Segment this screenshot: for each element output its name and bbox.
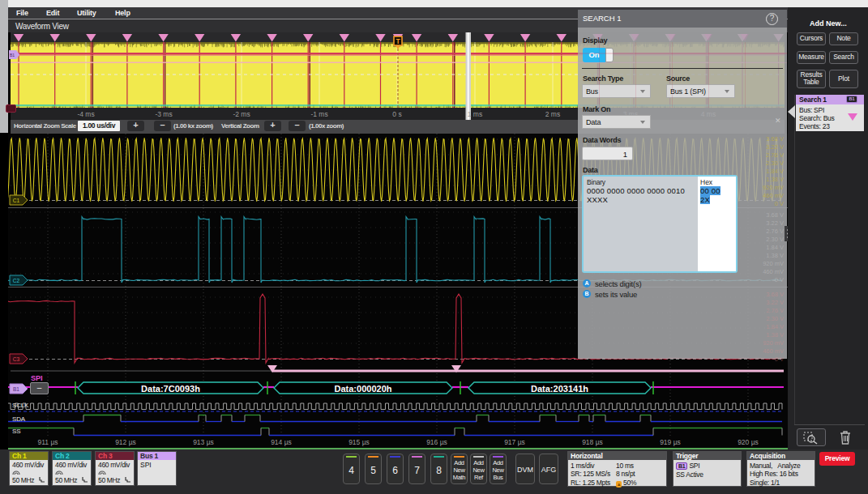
svg-text:-2 ms: -2 ms bbox=[233, 110, 250, 118]
svg-text:-3 ms: -3 ms bbox=[155, 110, 172, 118]
svg-text:913 µs: 913 µs bbox=[193, 438, 214, 446]
svg-text:-1 ms: -1 ms bbox=[310, 110, 327, 118]
svg-text:T: T bbox=[396, 37, 400, 45]
svg-text:-4 ms: -4 ms bbox=[77, 110, 94, 118]
svg-text:2 ms: 2 ms bbox=[545, 110, 560, 118]
svg-text:915 µs: 915 µs bbox=[348, 438, 370, 446]
svg-text:914 µs: 914 µs bbox=[271, 438, 292, 446]
svg-text:917 µs: 917 µs bbox=[504, 438, 525, 446]
svg-text:0 s: 0 s bbox=[392, 110, 401, 118]
svg-text:912 µs: 912 µs bbox=[115, 438, 136, 446]
svg-text:B1: B1 bbox=[13, 386, 19, 392]
svg-text:919 µs: 919 µs bbox=[660, 438, 681, 446]
svg-text:1 ms: 1 ms bbox=[468, 110, 482, 118]
svg-text:Data:203141h: Data:203141h bbox=[531, 384, 588, 394]
svg-text:C3: C3 bbox=[13, 356, 20, 362]
svg-text:Data:000020h: Data:000020h bbox=[335, 384, 392, 394]
svg-text:918 µs: 918 µs bbox=[582, 438, 603, 446]
svg-text:916 µs: 916 µs bbox=[426, 438, 447, 446]
svg-text:Data:7C0093h: Data:7C0093h bbox=[141, 384, 200, 394]
svg-text:C2: C2 bbox=[13, 278, 20, 283]
svg-text:C1: C1 bbox=[13, 198, 20, 203]
svg-text:920 µs: 920 µs bbox=[738, 438, 759, 446]
svg-text:911 µs: 911 µs bbox=[37, 438, 58, 446]
